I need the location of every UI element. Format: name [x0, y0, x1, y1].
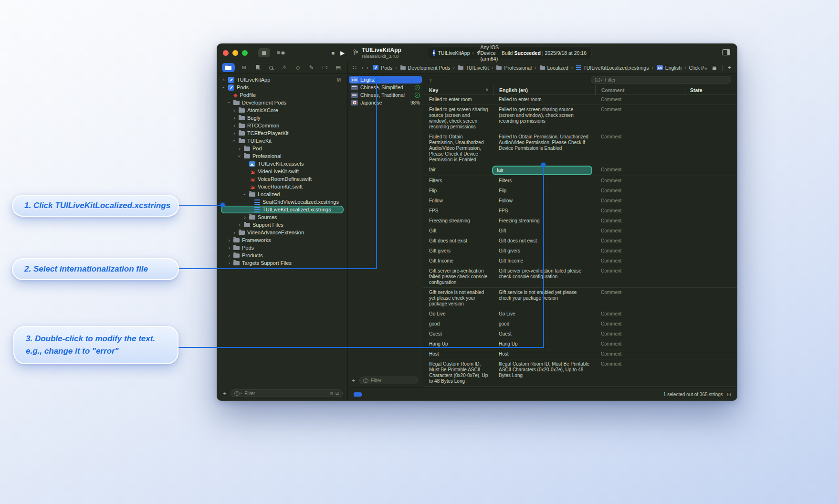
disclosure-icon[interactable]: › — [243, 214, 247, 220]
table-row-gift-server-pre-verification-failed-please-check-console-configuration[interactable]: Gift server pre-verification failed plea… — [423, 266, 737, 288]
cell-comment[interactable]: Comment — [595, 226, 684, 236]
tree-item-support-files[interactable]: ›Support Files — [217, 221, 347, 229]
tree-item-tceffectplayerkit[interactable]: ›TCEffectPlayerKit — [217, 129, 347, 137]
disclosure-icon[interactable]: › — [242, 192, 248, 196]
cell-english[interactable]: Gift server pre-verification failed plea… — [493, 266, 595, 287]
cell-english[interactable]: Gift Income — [493, 256, 595, 266]
cell-english[interactable]: Go Live — [493, 309, 595, 319]
tree-item-voiceroomdefine-swift[interactable]: VoiceRoomDefine.swift — [217, 175, 347, 183]
disclosure-icon[interactable]: › — [227, 252, 231, 258]
zoom-window-button[interactable] — [242, 50, 248, 56]
cell-comment[interactable]: Comment — [595, 176, 684, 186]
tree-item-professional[interactable]: ›Professional — [217, 152, 347, 160]
cell-comment[interactable]: Comment — [595, 339, 684, 349]
tree-item-tuilivekit[interactable]: ›TUILiveKit — [217, 137, 347, 145]
navigator-tab-diamond-icon[interactable]: ◇ — [294, 63, 302, 72]
table-row-gift-service-is-not-enabled-yet-please-check-your-package-version[interactable]: Gift service is not enabled yet please c… — [423, 288, 737, 309]
tree-item-frameworks[interactable]: ›Frameworks — [217, 236, 347, 244]
table-row-flip[interactable]: FlipFlipComment — [423, 186, 737, 196]
table-row-gift-givers[interactable]: Gift giversGift giversComment — [423, 246, 737, 256]
close-window-button[interactable] — [223, 50, 229, 56]
navigator-tab-quill-icon[interactable]: ✎ — [307, 63, 315, 72]
forward-button[interactable]: › — [363, 64, 368, 71]
cell-comment[interactable]: Comment — [595, 165, 684, 176]
tree-item-pods[interactable]: ›Pods — [217, 84, 347, 91]
tree-item-tuilivekit-xcassets[interactable]: TUILiveKit.xcassets — [217, 160, 347, 168]
navigator-add-icon[interactable]: + — [223, 390, 227, 397]
table-row-host[interactable]: HostHostComment — [423, 349, 737, 359]
disclosure-icon[interactable]: › — [227, 260, 231, 266]
tree-item-videoadvanceextension[interactable]: ›VideoAdvanceExtension — [217, 229, 347, 236]
breadcrumb-item-development-pods[interactable]: Development Pods — [400, 65, 451, 71]
cell-comment[interactable]: Comment — [595, 359, 684, 386]
breadcrumb-item-tuilivekitlocalized-xcstrings[interactable]: TUILiveKitLocalized.xcstrings — [576, 65, 649, 71]
disclosure-icon[interactable]: › — [227, 237, 231, 243]
compose-sparkle-icon[interactable]: ≡∗ — [277, 49, 285, 56]
disclosure-icon[interactable]: › — [232, 230, 236, 235]
table-row-good[interactable]: goodgoodComment — [423, 319, 737, 329]
tree-item-voiceroomkit-swift[interactable]: VoiceRoomKit.swift — [217, 183, 347, 190]
table-row-follow[interactable]: FollowFollowComment — [423, 196, 737, 206]
tree-item-localized[interactable]: ›Localized — [217, 190, 347, 198]
tree-item-rtccommon[interactable]: ›RTCCommon — [217, 122, 347, 129]
run-button[interactable]: ▶ — [340, 50, 345, 56]
recent-files-clock-icon[interactable]: ◷ — [330, 391, 334, 396]
table-filter-field[interactable]: ≡˅ Filter — [591, 76, 731, 84]
cell-comment[interactable]: Comment — [595, 349, 684, 359]
disclosure-icon[interactable]: › — [238, 222, 241, 228]
cell-comment[interactable]: Comment — [595, 196, 684, 206]
cell-comment[interactable]: Comment — [595, 132, 684, 165]
language-filter-field[interactable]: ≡ Filter — [359, 377, 418, 384]
navigator-tab-folder-icon[interactable] — [222, 63, 235, 72]
table-row-failed-to-enter-room[interactable]: Failed to enter roomFailed to enter room… — [423, 95, 737, 105]
tree-item-seatgridviewlocalized-xcstrings[interactable]: SeatGridViewLocalized.xcstrings — [217, 198, 347, 206]
cell-comment[interactable]: Comment — [595, 266, 684, 287]
cell-comment[interactable]: Comment — [595, 236, 684, 246]
tree-item-pods[interactable]: ›Pods — [217, 244, 347, 252]
cell-english[interactable]: good — [493, 319, 595, 329]
disclosure-icon[interactable]: › — [232, 107, 236, 113]
table-row-failed-to-obtain-permission-unauthorized-audio-video-permission-please-check-if-device-permission-is-enabled[interactable]: Failed to Obtain Permission, Unauthorize… — [423, 132, 737, 165]
breadcrumb-item-click-to-enter-the-live-room[interactable]: Click to enter the live room — [689, 65, 703, 71]
display-mode-icon[interactable]: ⊡ — [727, 391, 731, 398]
cell-english[interactable]: Illegal Custom Room ID, Must Be Printabl… — [493, 359, 595, 386]
source-control-filter-icon[interactable]: ⊡ — [335, 391, 339, 396]
breadcrumb-item-pods[interactable]: Pods — [373, 64, 392, 71]
tree-item-podfile[interactable]: ◆Podfile — [217, 91, 347, 99]
table-row-gift-does-not-exist[interactable]: Gift does not existGift does not existCo… — [423, 236, 737, 246]
table-row-illegal-custom-room-id-must-be-printable-ascii-characters-0x20-0x7e-up-to-48-bytes-long[interactable]: Illegal Custom Room ID, Must Be Printabl… — [423, 359, 737, 387]
disclosure-icon[interactable]: › — [232, 130, 236, 136]
cell-comment[interactable]: Comment — [595, 329, 684, 339]
column-header-state[interactable]: State — [684, 85, 737, 95]
cell-english[interactable]: Gift givers — [493, 246, 595, 256]
column-header-key[interactable]: Key∧ — [423, 85, 493, 95]
disclosure-icon[interactable]: › — [231, 139, 237, 143]
stop-button[interactable]: ■ — [331, 50, 335, 56]
tree-item-bugly[interactable]: ›Bugly — [217, 114, 347, 122]
cell-english[interactable]: FPS — [493, 206, 595, 216]
swap-arrows-icon[interactable]: ⇆ — [703, 64, 707, 71]
disclosure-icon[interactable]: › — [238, 146, 241, 151]
cell-comment[interactable]: Comment — [595, 288, 684, 309]
column-header-english[interactable]: English (en) — [493, 85, 595, 95]
add-string-button[interactable]: + — [429, 76, 433, 84]
tree-item-pod[interactable]: ›Pod — [217, 145, 347, 152]
table-row-fps[interactable]: FPSFPSComment — [423, 206, 737, 216]
cell-comment[interactable]: Comment — [595, 216, 684, 226]
scheme-name[interactable]: TUILiveKitApp — [438, 50, 470, 56]
breadcrumb-item-english[interactable]: ENEnglish — [656, 65, 682, 71]
language-item-english[interactable]: ENEnglish — [349, 76, 422, 84]
cell-english[interactable]: Filters — [493, 176, 595, 186]
tree-item-atomicxcore[interactable]: ›AtomicXCore — [217, 106, 347, 114]
cell-english[interactable]: Freezing streaming — [493, 216, 595, 226]
language-item-chinese-traditional[interactable]: Chinese, Traditional✓ — [348, 91, 423, 99]
cell-comment[interactable]: Comment — [595, 186, 684, 196]
table-row-gift[interactable]: GiftGiftComment — [423, 226, 737, 236]
cell-english[interactable]: Failed to get screen sharing source (scr… — [493, 105, 595, 132]
cell-english[interactable]: Gift service is not enabled yet please c… — [493, 288, 595, 309]
lines-menu-icon[interactable]: ≣ — [712, 64, 717, 71]
related-items-grid-icon[interactable]: ∷ — [348, 64, 357, 71]
breadcrumb-item-professional[interactable]: Professional — [496, 65, 532, 71]
cell-english[interactable]: Follow — [493, 196, 595, 206]
disclosure-icon[interactable]: › — [232, 115, 236, 121]
